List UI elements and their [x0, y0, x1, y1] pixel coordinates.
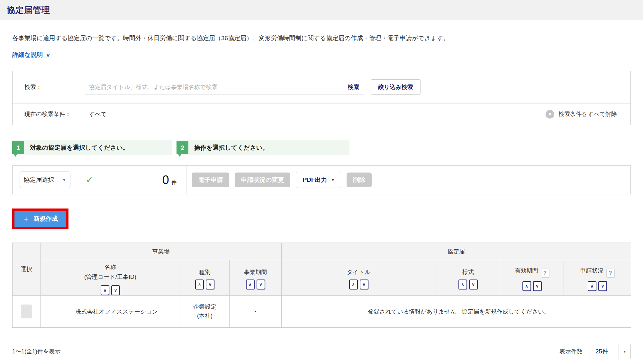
row-type-line1: 企業設定 — [180, 303, 229, 312]
header-application-status: 申請状況? ∧ ∨ — [564, 260, 631, 296]
steps-row: 1 対象の協定届を選択してください。 2 操作を選択してください。 — [12, 140, 631, 155]
header-format-label: 様式 — [436, 268, 500, 276]
step-2-banner: 2 操作を選択してください。 — [177, 140, 349, 155]
sort-desc-button[interactable]: ∨ — [257, 280, 265, 289]
caret-down-icon: ▼ — [331, 178, 334, 182]
agreement-select-label: 協定届選択 — [20, 172, 58, 188]
header-format: 様式 ∧ ∨ — [436, 260, 500, 296]
clear-all-conditions-button[interactable]: ✕ 検索条件をすべて解除 — [546, 110, 617, 119]
caret-down-icon: ▼ — [619, 344, 630, 359]
header-title-label: タイトル — [282, 268, 436, 276]
search-input-group: 検索 — [84, 80, 365, 94]
page-header: 協定届管理 — [0, 0, 643, 20]
current-conditions-value: すべて — [89, 110, 106, 118]
header-valid-period: 有効期間? ∧ ∨ — [500, 260, 564, 296]
sort-desc-button[interactable]: ∨ — [111, 285, 120, 295]
per-page-label: 表示件数 — [559, 348, 583, 355]
status-change-button[interactable]: 申請状況の変更 — [235, 173, 290, 187]
table-row: 株式会社オフィスステーション 企業設定 (本社) - 登録されている情報がありま… — [13, 296, 631, 328]
sort-desc-button[interactable]: ∨ — [469, 280, 478, 289]
search-input[interactable] — [84, 80, 342, 94]
pdf-export-label: PDF出力 — [303, 176, 327, 184]
current-conditions-row: 現在の検索条件： すべて ✕ 検索条件をすべて解除 — [13, 103, 630, 125]
header-group-agreement: 協定届 — [282, 243, 631, 260]
agreements-table: 選択 事業場 協定届 名称 (管理コード/工事ID) ∧ ∨ 種別 — [12, 243, 631, 328]
sort-asc-button[interactable]: ∧ — [246, 280, 255, 289]
header-select: 選択 — [13, 243, 41, 296]
pdf-export-button[interactable]: PDF出力 ▼ — [296, 172, 341, 188]
sort-desc-button[interactable]: ∨ — [360, 280, 368, 289]
sort-asc-button[interactable]: ∧ — [458, 280, 467, 289]
header-period-label: 事業期間 — [230, 268, 281, 276]
detail-description-link[interactable]: 詳細な説明 ∨ — [12, 51, 50, 59]
row-select-cell — [13, 296, 41, 328]
row-type-cell: 企業設定 (本社) — [180, 296, 230, 328]
close-icon: ✕ — [546, 110, 554, 119]
row-checkbox[interactable] — [21, 305, 32, 318]
detail-description-label: 詳細な説明 — [12, 51, 43, 59]
agreement-select-dropdown[interactable]: 協定届選択 ▼ — [20, 172, 70, 188]
search-panel: 検索： 検索 絞り込み検索 現在の検索条件： すべて ✕ 検索条件をすべて解除 — [12, 71, 631, 125]
e-apply-button[interactable]: 電子申請 — [192, 173, 229, 187]
per-page-dropdown[interactable]: 25件 ▼ — [590, 344, 631, 359]
list-footer: 1〜1(全1)件を表示 表示件数 25件 ▼ — [12, 344, 631, 359]
header-name: 名称 (管理コード/工事ID) ∧ ∨ — [41, 260, 180, 296]
header-period: 事業期間 ∧ ∨ — [230, 260, 282, 296]
clear-all-conditions-label: 検索条件をすべて解除 — [558, 110, 617, 118]
help-icon[interactable]: ? — [606, 269, 614, 278]
header-name-line2: (管理コード/工事ID) — [41, 272, 180, 282]
step-2-badge: 2 — [177, 141, 188, 154]
selected-count: 0 件 — [162, 173, 177, 187]
selected-count-value: 0 — [162, 173, 169, 187]
action-buttons-zone: 電子申請 申請状況の変更 PDF出力 ▼ 削除 — [186, 166, 630, 194]
sort-desc-button[interactable]: ∨ — [533, 281, 542, 291]
header-type: 種別 ∧ ∨ — [180, 260, 230, 296]
header-valid-period-label: 有効期間 — [515, 267, 538, 274]
check-icon: ✓ — [86, 175, 93, 185]
selected-count-unit: 件 — [171, 179, 177, 186]
row-type-line2: (本社) — [180, 312, 229, 321]
search-row: 検索： 検索 絞り込み検索 — [13, 71, 630, 103]
step-2-text: 操作を選択してください。 — [194, 144, 268, 152]
sort-asc-button[interactable]: ∧ — [588, 281, 596, 291]
page-description: 各事業場に適用する協定届の一覧です。時間外・休日労働に関する協定届（36協定届）… — [12, 34, 631, 42]
header-group-workplace: 事業場 — [41, 243, 282, 260]
sort-asc-button[interactable]: ∧ — [349, 280, 358, 289]
chevron-down-icon: ∨ — [46, 52, 50, 58]
create-new-label: 新規作成 — [33, 215, 58, 223]
step-1-text: 対象の協定届を選択してください。 — [30, 144, 129, 152]
search-button[interactable]: 検索 — [342, 80, 365, 94]
help-icon[interactable]: ? — [541, 269, 549, 278]
result-count-text: 1〜1(全1)件を表示 — [12, 348, 60, 355]
header-name-line1: 名称 — [41, 262, 180, 272]
row-name-cell: 株式会社オフィスステーション — [41, 296, 180, 328]
header-title: タイトル ∧ ∨ — [282, 260, 436, 296]
action-panel: 協定届選択 ▼ ✓ 0 件 電子申請 申請状況の変更 PDF出力 ▼ 削除 — [12, 165, 631, 194]
sort-asc-button[interactable]: ∧ — [522, 281, 531, 291]
delete-button[interactable]: 削除 — [347, 173, 372, 187]
header-application-status-label: 申請状況 — [580, 267, 603, 274]
per-page-control: 表示件数 25件 ▼ — [559, 344, 631, 359]
sort-desc-button[interactable]: ∨ — [598, 281, 607, 291]
sort-asc-button[interactable]: ∧ — [195, 280, 204, 289]
per-page-value: 25件 — [590, 344, 619, 359]
row-period-cell: - — [230, 296, 282, 328]
plus-icon: ＋ — [23, 215, 29, 223]
create-button-highlight: ＋ 新規作成 — [12, 209, 68, 229]
search-label: 検索： — [24, 83, 84, 91]
caret-down-icon: ▼ — [58, 172, 70, 188]
create-new-button[interactable]: ＋ 新規作成 — [14, 211, 66, 227]
step-1-badge: 1 — [12, 141, 24, 154]
step-1-banner: 1 対象の協定届を選択してください。 — [12, 140, 172, 155]
row-empty-message: 登録されている情報がありません。協定届を新規作成してください。 — [282, 296, 631, 328]
sort-desc-button[interactable]: ∨ — [206, 280, 214, 289]
sort-asc-button[interactable]: ∧ — [101, 285, 109, 295]
current-conditions-label: 現在の検索条件： — [24, 110, 71, 118]
header-type-label: 種別 — [180, 268, 229, 276]
page-title: 協定届管理 — [7, 4, 50, 16]
filter-search-button[interactable]: 絞り込み検索 — [371, 79, 421, 95]
selection-zone: 協定届選択 ▼ ✓ 0 件 — [13, 166, 186, 194]
